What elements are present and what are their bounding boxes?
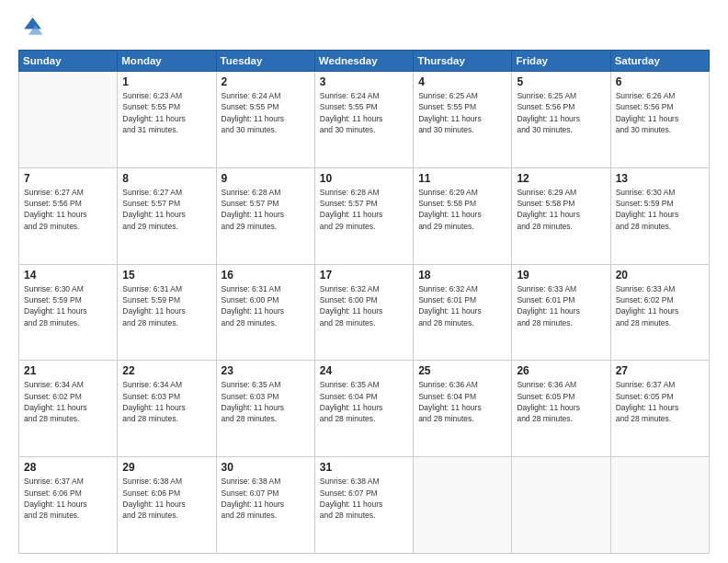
day-number: 10 (320, 172, 408, 185)
calendar-cell: 8Sunrise: 6:27 AM Sunset: 5:57 PM Daylig… (118, 167, 216, 264)
calendar-cell (414, 457, 512, 554)
day-number: 27 (616, 364, 704, 377)
weekday-header-friday: Friday (512, 51, 610, 72)
calendar-cell: 2Sunrise: 6:24 AM Sunset: 5:55 PM Daylig… (216, 72, 314, 168)
calendar-cell: 30Sunrise: 6:38 AM Sunset: 6:07 PM Dayli… (216, 457, 314, 554)
calendar-cell: 19Sunrise: 6:33 AM Sunset: 6:01 PM Dayli… (512, 264, 610, 361)
calendar-week-row: 28Sunrise: 6:37 AM Sunset: 6:06 PM Dayli… (19, 457, 710, 554)
weekday-header-saturday: Saturday (610, 51, 709, 72)
day-number: 9 (222, 172, 310, 185)
day-info: Sunrise: 6:29 AM Sunset: 5:58 PM Dayligh… (418, 187, 506, 232)
weekday-header-sunday: Sunday (19, 51, 118, 72)
calendar-cell: 21Sunrise: 6:34 AM Sunset: 6:02 PM Dayli… (19, 361, 118, 457)
day-info: Sunrise: 6:38 AM Sunset: 6:07 PM Dayligh… (320, 476, 408, 521)
day-info: Sunrise: 6:38 AM Sunset: 6:06 PM Dayligh… (122, 476, 210, 521)
calendar-cell: 31Sunrise: 6:38 AM Sunset: 6:07 PM Dayli… (314, 457, 413, 554)
day-info: Sunrise: 6:35 AM Sunset: 6:04 PM Dayligh… (320, 379, 408, 424)
calendar-cell: 24Sunrise: 6:35 AM Sunset: 6:04 PM Dayli… (314, 361, 413, 457)
calendar-cell: 28Sunrise: 6:37 AM Sunset: 6:06 PM Dayli… (19, 457, 118, 554)
day-info: Sunrise: 6:32 AM Sunset: 6:01 PM Dayligh… (418, 283, 506, 328)
day-info: Sunrise: 6:31 AM Sunset: 6:00 PM Dayligh… (222, 283, 310, 328)
calendar-header-row: SundayMondayTuesdayWednesdayThursdayFrid… (19, 51, 710, 72)
calendar-cell: 22Sunrise: 6:34 AM Sunset: 6:03 PM Dayli… (118, 361, 216, 457)
day-number: 6 (616, 75, 704, 88)
day-number: 18 (418, 269, 506, 282)
day-number: 25 (418, 364, 506, 377)
day-info: Sunrise: 6:25 AM Sunset: 5:55 PM Dayligh… (418, 90, 506, 135)
day-info: Sunrise: 6:34 AM Sunset: 6:02 PM Dayligh… (24, 379, 112, 424)
day-info: Sunrise: 6:36 AM Sunset: 6:04 PM Dayligh… (418, 379, 506, 424)
calendar-cell: 6Sunrise: 6:26 AM Sunset: 5:56 PM Daylig… (610, 72, 709, 168)
calendar-cell (512, 457, 610, 554)
day-number: 19 (517, 269, 605, 282)
day-number: 29 (122, 461, 210, 474)
calendar-cell: 20Sunrise: 6:33 AM Sunset: 6:02 PM Dayli… (610, 264, 709, 361)
calendar-cell: 13Sunrise: 6:30 AM Sunset: 5:59 PM Dayli… (610, 167, 709, 264)
calendar-cell: 4Sunrise: 6:25 AM Sunset: 5:55 PM Daylig… (414, 72, 512, 168)
calendar-cell: 25Sunrise: 6:36 AM Sunset: 6:04 PM Dayli… (414, 361, 512, 457)
day-info: Sunrise: 6:27 AM Sunset: 5:57 PM Dayligh… (122, 187, 210, 232)
calendar-cell: 1Sunrise: 6:23 AM Sunset: 5:55 PM Daylig… (118, 72, 216, 168)
header (18, 15, 710, 40)
logo (18, 15, 48, 40)
day-info: Sunrise: 6:37 AM Sunset: 6:05 PM Dayligh… (616, 379, 704, 424)
day-info: Sunrise: 6:33 AM Sunset: 6:02 PM Dayligh… (616, 283, 704, 328)
calendar-cell: 5Sunrise: 6:25 AM Sunset: 5:56 PM Daylig… (512, 72, 610, 168)
day-number: 13 (616, 172, 704, 185)
calendar-cell: 3Sunrise: 6:24 AM Sunset: 5:55 PM Daylig… (314, 72, 413, 168)
calendar-table: SundayMondayTuesdayWednesdayThursdayFrid… (18, 50, 710, 554)
day-number: 24 (320, 364, 408, 377)
day-number: 16 (222, 269, 310, 282)
day-number: 5 (517, 75, 605, 88)
day-number: 21 (24, 364, 112, 377)
day-info: Sunrise: 6:36 AM Sunset: 6:05 PM Dayligh… (517, 379, 605, 424)
calendar-week-row: 7Sunrise: 6:27 AM Sunset: 5:56 PM Daylig… (19, 167, 710, 264)
calendar-week-row: 14Sunrise: 6:30 AM Sunset: 5:59 PM Dayli… (19, 264, 710, 361)
calendar-cell: 10Sunrise: 6:28 AM Sunset: 5:57 PM Dayli… (314, 167, 413, 264)
day-info: Sunrise: 6:29 AM Sunset: 5:58 PM Dayligh… (517, 187, 605, 232)
calendar-cell: 9Sunrise: 6:28 AM Sunset: 5:57 PM Daylig… (216, 167, 314, 264)
day-info: Sunrise: 6:38 AM Sunset: 6:07 PM Dayligh… (222, 476, 310, 521)
page: SundayMondayTuesdayWednesdayThursdayFrid… (0, 0, 728, 563)
day-number: 7 (24, 172, 112, 185)
calendar-cell (610, 457, 709, 554)
calendar-week-row: 21Sunrise: 6:34 AM Sunset: 6:02 PM Dayli… (19, 361, 710, 457)
day-info: Sunrise: 6:31 AM Sunset: 5:59 PM Dayligh… (122, 283, 210, 328)
day-number: 28 (24, 461, 112, 474)
calendar-cell: 16Sunrise: 6:31 AM Sunset: 6:00 PM Dayli… (216, 264, 314, 361)
day-number: 15 (122, 269, 210, 282)
day-info: Sunrise: 6:30 AM Sunset: 5:59 PM Dayligh… (616, 187, 704, 232)
day-number: 20 (616, 269, 704, 282)
calendar-cell: 17Sunrise: 6:32 AM Sunset: 6:00 PM Dayli… (314, 264, 413, 361)
day-number: 8 (122, 172, 210, 185)
day-info: Sunrise: 6:25 AM Sunset: 5:56 PM Dayligh… (517, 90, 605, 135)
day-number: 1 (122, 75, 210, 88)
weekday-header-wednesday: Wednesday (314, 51, 413, 72)
day-number: 23 (222, 364, 310, 377)
day-number: 26 (517, 364, 605, 377)
calendar-cell: 26Sunrise: 6:36 AM Sunset: 6:05 PM Dayli… (512, 361, 610, 457)
day-number: 14 (24, 269, 112, 282)
day-info: Sunrise: 6:35 AM Sunset: 6:03 PM Dayligh… (222, 379, 310, 424)
day-number: 3 (320, 75, 408, 88)
weekday-header-monday: Monday (118, 51, 216, 72)
day-number: 11 (418, 172, 506, 185)
calendar-cell: 14Sunrise: 6:30 AM Sunset: 5:59 PM Dayli… (19, 264, 118, 361)
calendar-cell: 7Sunrise: 6:27 AM Sunset: 5:56 PM Daylig… (19, 167, 118, 264)
day-info: Sunrise: 6:34 AM Sunset: 6:03 PM Dayligh… (122, 379, 210, 424)
day-info: Sunrise: 6:26 AM Sunset: 5:56 PM Dayligh… (616, 90, 704, 135)
calendar-cell: 15Sunrise: 6:31 AM Sunset: 5:59 PM Dayli… (118, 264, 216, 361)
day-info: Sunrise: 6:24 AM Sunset: 5:55 PM Dayligh… (320, 90, 408, 135)
calendar-cell: 27Sunrise: 6:37 AM Sunset: 6:05 PM Dayli… (610, 361, 709, 457)
day-info: Sunrise: 6:23 AM Sunset: 5:55 PM Dayligh… (122, 90, 210, 135)
day-number: 22 (122, 364, 210, 377)
day-info: Sunrise: 6:33 AM Sunset: 6:01 PM Dayligh… (517, 283, 605, 328)
weekday-header-thursday: Thursday (414, 51, 512, 72)
day-info: Sunrise: 6:27 AM Sunset: 5:56 PM Dayligh… (24, 187, 112, 232)
day-number: 12 (517, 172, 605, 185)
calendar-cell: 11Sunrise: 6:29 AM Sunset: 5:58 PM Dayli… (414, 167, 512, 264)
logo-icon (18, 15, 44, 40)
day-number: 2 (222, 75, 310, 88)
calendar-cell (19, 72, 118, 168)
day-number: 17 (320, 269, 408, 282)
